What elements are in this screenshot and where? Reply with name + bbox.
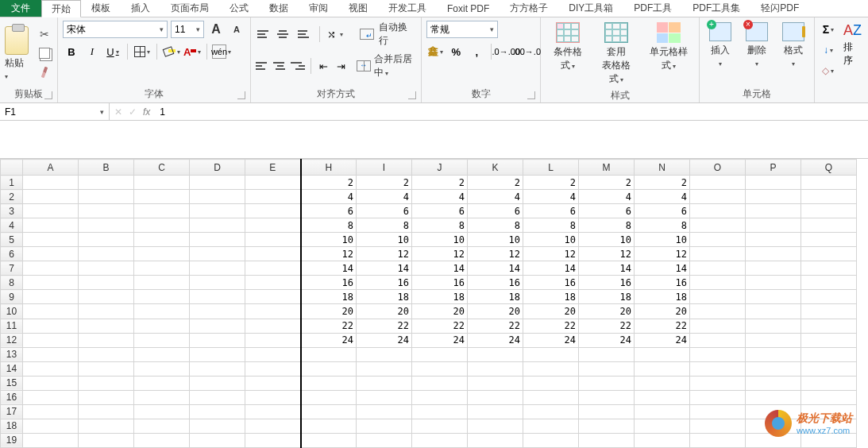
bold-button[interactable]: B <box>63 43 80 60</box>
cell-B18[interactable] <box>79 419 134 433</box>
cell-O5[interactable] <box>690 233 746 247</box>
cell-N2[interactable]: 4 <box>635 190 690 204</box>
cell-N19[interactable] <box>635 433 690 447</box>
cell-B2[interactable] <box>79 190 134 204</box>
tab-14[interactable]: 轻闪PDF <box>750 0 809 17</box>
cell-K17[interactable] <box>468 404 523 419</box>
cell-E5[interactable] <box>245 233 301 247</box>
cell-M14[interactable] <box>579 361 635 376</box>
cell-E3[interactable] <box>245 204 301 218</box>
cell-O19[interactable] <box>690 433 746 447</box>
cell-M9[interactable]: 18 <box>579 290 635 304</box>
cell-E18[interactable] <box>245 419 301 433</box>
merge-cells-label[interactable]: 合并后居中 <box>374 52 416 79</box>
row-header-12[interactable]: 12 <box>1 333 23 347</box>
cell-I16[interactable] <box>357 390 412 404</box>
cell-P13[interactable] <box>746 347 801 361</box>
col-header-I[interactable]: I <box>357 160 412 176</box>
cut-button[interactable]: ✂ <box>37 27 52 41</box>
cell-J18[interactable] <box>412 419 468 433</box>
cell-N17[interactable] <box>635 404 690 419</box>
cell-N12[interactable]: 24 <box>635 333 690 347</box>
cell-C15[interactable] <box>134 376 190 390</box>
copy-button[interactable] <box>37 46 52 60</box>
cell-J2[interactable]: 4 <box>412 190 468 204</box>
cell-C17[interactable] <box>134 404 190 419</box>
cell-D16[interactable] <box>190 390 245 404</box>
cell-J7[interactable]: 14 <box>412 261 468 276</box>
cell-K10[interactable]: 20 <box>468 304 523 319</box>
cell-N13[interactable] <box>635 347 690 361</box>
cell-O7[interactable] <box>690 261 746 276</box>
cell-P15[interactable] <box>746 376 801 390</box>
row-header-8[interactable]: 8 <box>1 276 23 290</box>
tab-4[interactable]: 公式 <box>219 0 259 17</box>
cell-C11[interactable] <box>134 319 190 333</box>
cell-C14[interactable] <box>134 361 190 376</box>
cell-M16[interactable] <box>579 390 635 404</box>
cell-B14[interactable] <box>79 361 134 376</box>
cell-O4[interactable] <box>690 218 746 233</box>
cell-B17[interactable] <box>79 404 134 419</box>
cell-I13[interactable] <box>357 347 412 361</box>
cell-O3[interactable] <box>690 204 746 218</box>
cell-J10[interactable]: 20 <box>412 304 468 319</box>
cell-N6[interactable]: 12 <box>635 247 690 261</box>
row-header-5[interactable]: 5 <box>1 233 23 247</box>
cell-M2[interactable]: 4 <box>579 190 635 204</box>
cell-D15[interactable] <box>190 376 245 390</box>
cell-I6[interactable]: 12 <box>357 247 412 261</box>
cell-Q8[interactable] <box>801 276 857 290</box>
cell-H17[interactable] <box>301 404 357 419</box>
cell-J4[interactable]: 8 <box>412 218 468 233</box>
cell-I5[interactable]: 10 <box>357 233 412 247</box>
cell-E10[interactable] <box>245 304 301 319</box>
cell-C16[interactable] <box>134 390 190 404</box>
cell-L19[interactable] <box>523 433 579 447</box>
cell-Q11[interactable] <box>801 319 857 333</box>
cell-L16[interactable] <box>523 390 579 404</box>
tab-7[interactable]: 视图 <box>338 0 378 17</box>
cell-B4[interactable] <box>79 218 134 233</box>
cell-M3[interactable]: 6 <box>579 204 635 218</box>
cell-H15[interactable] <box>301 376 357 390</box>
cell-H19[interactable] <box>301 433 357 447</box>
cell-P5[interactable] <box>746 233 801 247</box>
cell-I10[interactable]: 20 <box>357 304 412 319</box>
col-header-E[interactable]: E <box>245 160 301 176</box>
cell-P2[interactable] <box>746 190 801 204</box>
cell-I9[interactable]: 18 <box>357 290 412 304</box>
wrap-text-button[interactable] <box>359 25 376 43</box>
cell-M19[interactable] <box>579 433 635 447</box>
align-top-button[interactable] <box>256 25 273 43</box>
cell-I18[interactable] <box>357 419 412 433</box>
paste-button[interactable]: 粘贴 <box>5 56 29 81</box>
cell-O12[interactable] <box>690 333 746 347</box>
cell-I2[interactable]: 4 <box>357 190 412 204</box>
cell-K15[interactable] <box>468 376 523 390</box>
cell-D3[interactable] <box>190 204 245 218</box>
cell-L8[interactable]: 16 <box>523 276 579 290</box>
cell-K3[interactable]: 6 <box>468 204 523 218</box>
cell-Q7[interactable] <box>801 261 857 276</box>
cell-L15[interactable] <box>523 376 579 390</box>
cell-L12[interactable]: 24 <box>523 333 579 347</box>
cell-L1[interactable]: 2 <box>523 176 579 190</box>
cell-D18[interactable] <box>190 419 245 433</box>
cell-B5[interactable] <box>79 233 134 247</box>
cell-L18[interactable] <box>523 419 579 433</box>
cell-M7[interactable]: 14 <box>579 261 635 276</box>
cell-D10[interactable] <box>190 304 245 319</box>
cell-M12[interactable]: 24 <box>579 333 635 347</box>
align-right-button[interactable] <box>291 57 305 75</box>
row-header-4[interactable]: 4 <box>1 218 23 233</box>
cell-J12[interactable]: 24 <box>412 333 468 347</box>
tab-6[interactable]: 审阅 <box>299 0 338 17</box>
underline-button[interactable]: U <box>104 43 122 60</box>
cell-A7[interactable] <box>23 261 79 276</box>
row-header-6[interactable]: 6 <box>1 247 23 261</box>
cell-D8[interactable] <box>190 276 245 290</box>
fill-color-button[interactable] <box>163 43 180 60</box>
cell-A12[interactable] <box>23 333 79 347</box>
cell-H11[interactable]: 22 <box>301 319 357 333</box>
